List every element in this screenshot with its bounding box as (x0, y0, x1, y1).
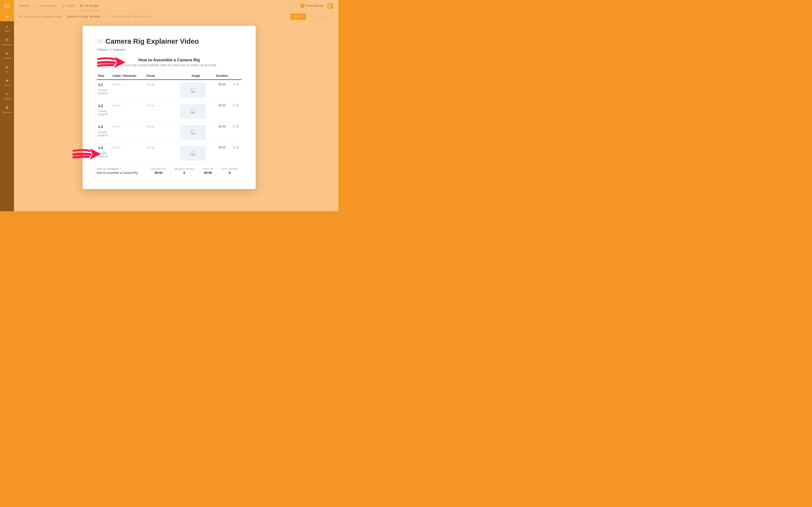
table-row[interactable]: 1.40 words00:00 RTAudio…Visual…00:000 (97, 143, 242, 164)
row-number: 1.3 (98, 125, 109, 129)
brand-square-icon (301, 4, 305, 8)
table-row[interactable]: 1.30 words00:00 RTAudio…Visual…00:000 (97, 122, 242, 143)
rail-item-resources[interactable]: Resources (0, 102, 14, 116)
image-cell[interactable] (180, 83, 206, 98)
tab-label: Screenplay (41, 4, 56, 7)
col-row: Row (97, 72, 111, 80)
comments-cell[interactable]: 0 (233, 125, 240, 128)
version-chip: v1 (97, 39, 103, 44)
more-button[interactable]: ••• (317, 13, 324, 20)
segment-footer: END OF SEGMENT 1 How to Assemble a Camer… (97, 168, 242, 175)
audio-cell[interactable]: Audio… (112, 104, 122, 107)
tab-av-scripts[interactable]: AV Scripts (80, 4, 99, 11)
brand[interactable]: StudioBinder (301, 4, 324, 8)
dots-icon: ••• (319, 15, 323, 18)
rail-label: Resources (2, 111, 12, 113)
duration-cell[interactable]: 00:00 (213, 80, 231, 101)
visual-cell[interactable]: Visual… (146, 104, 157, 107)
sub-stats: Total RT 00:00 • Total Words: 0 (110, 15, 152, 18)
svg-rect-2 (6, 39, 8, 42)
rail-label: Write (5, 30, 9, 32)
rail-item-plan[interactable]: Plan (0, 62, 14, 75)
table-row[interactable]: 1.20 words00:00 RTAudio…Visual…00:000 (97, 101, 242, 122)
doc-title: Camera Rig Explainer Video (24, 15, 62, 18)
duration-cell[interactable]: 00:00 (213, 143, 231, 164)
comments-cell[interactable]: 0 (233, 104, 240, 107)
tab-label: AV Scripts (84, 4, 99, 7)
svg-point-18 (192, 131, 193, 132)
image-cell[interactable] (180, 125, 206, 140)
col-image: Image (179, 72, 213, 80)
left-rail: Write Breakdown Visualize Plan Shoot Set… (0, 0, 14, 211)
svg-point-3 (6, 53, 7, 54)
segment-stat: SEGMENT WORDS0 (170, 168, 198, 175)
svg-rect-7 (81, 5, 82, 6)
table-row[interactable]: 1.10 words00:00 RTAudio…Visual…00:000 (97, 80, 242, 101)
rail-item-project[interactable] (0, 12, 14, 21)
version-label: Active AV Script Versions (67, 15, 101, 18)
svg-point-12 (192, 89, 193, 90)
doc-breadcrumb[interactable]: Camera Rig Explainer Video (19, 15, 62, 18)
row-number: 1.2 (98, 104, 109, 108)
image-cell[interactable] (180, 146, 206, 161)
duration-cell[interactable]: 00:00 (213, 101, 231, 122)
audio-cell[interactable]: Audio… (112, 83, 122, 86)
svg-rect-19 (233, 125, 236, 127)
pencil-icon (36, 4, 39, 7)
more-icon[interactable]: ••• (292, 4, 297, 7)
svg-rect-1 (6, 16, 8, 18)
download-button[interactable] (308, 13, 315, 20)
rail-label: Settings (3, 98, 11, 100)
sub-header: Camera Rig Explainer Video Active AV Scr… (14, 12, 338, 22)
how-to-link[interactable]: How to… (19, 4, 32, 7)
rail-item-breakdown[interactable]: Breakdown (0, 35, 14, 48)
col-audio: Audio / Voiceover (111, 72, 145, 80)
visual-cell[interactable]: Visual… (146, 125, 157, 128)
rail-label: Visualize (3, 57, 11, 59)
rail-label: Breakdown (2, 44, 12, 46)
rail-item-shoot[interactable]: Shoot (0, 75, 14, 89)
doc-icon (19, 15, 22, 18)
segment-stat: TOTAL RT00:00 (198, 168, 217, 175)
rail-label: Plan (5, 70, 9, 73)
app-logo[interactable] (0, 0, 14, 12)
end-name: How to Assemble a Camera Rig (97, 171, 147, 175)
download-icon (310, 15, 313, 18)
svg-rect-6 (7, 107, 8, 109)
rail-item-write[interactable]: Write (0, 21, 14, 35)
audio-cell[interactable]: Audio… (112, 125, 122, 128)
svg-rect-8 (82, 5, 83, 6)
row-meta: 0 words00:00 RT (98, 131, 109, 137)
visual-cell[interactable]: Visual… (146, 83, 157, 86)
svg-rect-16 (233, 104, 236, 106)
visual-cell[interactable]: Visual… (146, 146, 157, 149)
duration-cell[interactable]: 00:00 (213, 122, 231, 143)
note-icon (62, 4, 65, 7)
row-meta: 0 words00:00 RT (98, 89, 109, 95)
card-title: Camera Rig Explainer Video (106, 38, 199, 45)
share-button[interactable]: Share (290, 13, 306, 20)
row-number: 1.1 (98, 83, 109, 87)
rail-label: Shoot (4, 84, 10, 87)
av-icon (80, 4, 83, 7)
expand-button[interactable] (327, 13, 334, 20)
audio-cell[interactable]: Audio… (112, 146, 122, 149)
rail-item-visualize[interactable]: Visualize (0, 48, 14, 62)
av-table: Row Audio / Voiceover Visual Image Durat… (97, 72, 242, 164)
version-dropdown[interactable]: Active AV Script Versions (67, 15, 105, 18)
annotation-arrow (96, 56, 125, 69)
divider (107, 14, 108, 19)
comments-cell[interactable]: 0 (233, 146, 240, 149)
svg-rect-10 (21, 15, 22, 17)
segment-stat: TOTAL WORDS0 (217, 168, 242, 175)
rail-item-settings[interactable]: Settings (0, 89, 14, 102)
comments-cell[interactable]: 0 (233, 83, 240, 86)
tab-screenplay[interactable]: Screenplay (36, 4, 56, 8)
svg-point-21 (192, 152, 193, 153)
card-subtitle: 4 Rows • 1 Segment (97, 48, 242, 51)
tab-notes[interactable]: Notes (62, 4, 75, 8)
image-cell[interactable] (180, 104, 206, 119)
chevron-down-icon (102, 15, 105, 18)
user-avatar[interactable] (327, 3, 334, 9)
svg-rect-22 (233, 146, 236, 148)
